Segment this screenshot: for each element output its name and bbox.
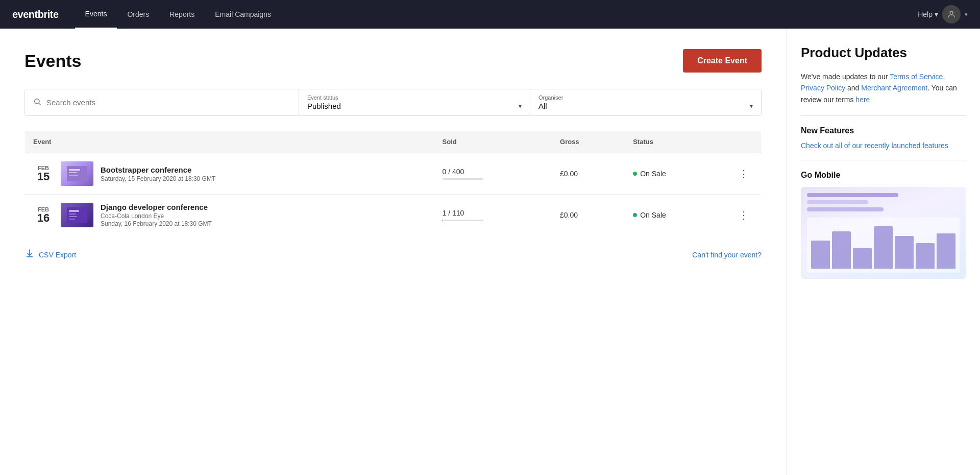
- chart-bar-7: [937, 233, 955, 269]
- merchant-agreement-link[interactable]: Merchant Agreement: [861, 84, 927, 92]
- event-status-label: Event status: [307, 94, 522, 101]
- status-cell-django: On Sale: [625, 195, 726, 236]
- intro-text-1: We've made updates to our: [801, 73, 890, 81]
- more-button-bootstrapper[interactable]: ⋮: [734, 167, 753, 181]
- sold-value-bootstrapper: 0 / 400: [443, 168, 544, 176]
- svg-rect-3: [67, 166, 87, 181]
- intro-text-2: ,: [943, 73, 945, 81]
- date-day-django: 16: [33, 212, 54, 224]
- event-thumbnail-django[interactable]: [61, 203, 93, 227]
- help-chevron-icon: ▾: [935, 10, 938, 18]
- chart-bar-3: [853, 248, 872, 269]
- event-cell-django: FEB 16: [25, 195, 434, 236]
- table-row: FEB 15: [25, 153, 762, 195]
- event-name-bootstrapper[interactable]: Bootstrapper conference: [101, 165, 215, 174]
- organiser-value-row: All ▾: [538, 102, 753, 110]
- nav-orders[interactable]: Orders: [117, 0, 159, 29]
- nav-reports[interactable]: Reports: [159, 0, 205, 29]
- event-status-filter[interactable]: Event status Published ▾: [299, 89, 530, 115]
- nav-email-campaigns[interactable]: Email Campaigns: [205, 0, 281, 29]
- event-location-django: Coca-Cola London Eye: [101, 212, 212, 220]
- help-label: Help: [918, 10, 933, 18]
- chart-bar-1: [811, 241, 830, 269]
- user-chevron-icon[interactable]: ▾: [965, 11, 968, 18]
- go-mobile-title: Go Mobile: [801, 171, 966, 180]
- user-avatar[interactable]: [942, 5, 961, 23]
- product-updates-text: We've made updates to our Terms of Servi…: [801, 71, 966, 105]
- preview-chart-area: [807, 218, 960, 273]
- table-actions: CSV Export Can't find your event?: [24, 248, 762, 261]
- date-badge-django: FEB 16: [33, 206, 54, 224]
- here-link[interactable]: here: [855, 96, 870, 104]
- more-actions-bootstrapper: ⋮: [726, 153, 762, 195]
- organiser-chevron-icon: ▾: [750, 103, 753, 110]
- privacy-policy-link[interactable]: Privacy Policy: [801, 84, 845, 92]
- chart-bar-6: [916, 243, 935, 269]
- svg-point-0: [950, 11, 953, 14]
- event-info-bootstrapper: Bootstrapper conference Saturday, 15 Feb…: [101, 165, 215, 182]
- sold-bar-django: [443, 220, 483, 221]
- search-icon: [33, 98, 41, 108]
- nav-events[interactable]: Events: [75, 0, 117, 29]
- svg-rect-6: [69, 175, 78, 176]
- col-header-gross: Gross: [552, 131, 625, 153]
- cant-find-link[interactable]: Can't find your event?: [692, 251, 762, 259]
- more-actions-django: ⋮: [726, 195, 762, 236]
- svg-rect-11: [69, 219, 75, 220]
- event-status-value-row: Published ▾: [307, 102, 522, 110]
- new-features-link[interactable]: Check out all of our recently launched f…: [801, 141, 966, 150]
- svg-rect-5: [69, 172, 77, 173]
- svg-point-1: [35, 99, 39, 103]
- chart-bar-4: [874, 226, 893, 269]
- search-box: [25, 89, 299, 115]
- more-button-django[interactable]: ⋮: [734, 208, 753, 222]
- col-header-sold: Sold: [434, 131, 552, 153]
- svg-rect-9: [69, 213, 76, 215]
- table-row: FEB 16: [25, 195, 762, 236]
- sidebar-divider: [801, 115, 966, 116]
- logo-text: eventbrite: [12, 9, 59, 20]
- event-datetime-django: Sunday, 16 February 2020 at 18:30 GMT: [101, 220, 212, 227]
- sold-bar-bootstrapper: [443, 178, 483, 180]
- status-dot-bootstrapper: [633, 172, 637, 176]
- event-info-django: Django developer conference Coca-Cola Lo…: [101, 203, 212, 227]
- table-header: Event Sold Gross Status: [25, 131, 762, 153]
- events-table: Event Sold Gross Status FEB 15: [24, 130, 762, 236]
- preview-bar-1: [807, 193, 898, 197]
- svg-rect-8: [69, 210, 79, 212]
- event-name-django[interactable]: Django developer conference: [101, 203, 212, 211]
- csv-export-link[interactable]: CSV Export: [24, 248, 76, 261]
- event-thumbnail-bootstrapper[interactable]: [61, 161, 93, 186]
- events-table-body: FEB 15: [25, 153, 762, 236]
- chart-bar-2: [832, 231, 851, 269]
- organiser-filter[interactable]: Organiser All ▾: [530, 89, 761, 115]
- organiser-value: All: [538, 102, 547, 110]
- mobile-preview: [801, 187, 966, 279]
- navbar: eventbrite Events Orders Reports Email C…: [0, 0, 980, 29]
- sidebar-divider-2: [801, 160, 966, 160]
- svg-rect-10: [69, 216, 77, 217]
- new-features-title: New Features: [801, 126, 966, 135]
- preview-bar-2: [807, 200, 868, 204]
- intro-text-3: and: [845, 84, 861, 92]
- create-event-button[interactable]: Create Event: [683, 49, 762, 73]
- sold-bar-fill-django: [443, 220, 443, 221]
- status-text-bootstrapper: On Sale: [640, 170, 666, 178]
- chart-bar-5: [895, 236, 914, 269]
- navbar-right: Help ▾ ▾: [918, 5, 968, 23]
- csv-icon: [24, 248, 35, 261]
- gross-cell-django: £0.00: [552, 195, 625, 236]
- status-dot-django: [633, 213, 637, 217]
- sidebar: Product Updates We've made updates to ou…: [786, 29, 980, 475]
- terms-of-service-link[interactable]: Terms of Service: [890, 73, 943, 81]
- csv-export-label: CSV Export: [39, 251, 76, 259]
- help-button[interactable]: Help ▾: [918, 10, 938, 18]
- search-input[interactable]: [46, 90, 290, 115]
- app-logo[interactable]: eventbrite: [12, 9, 59, 20]
- organiser-label: Organiser: [538, 94, 753, 101]
- page-header: Events Create Event: [24, 49, 762, 73]
- col-header-event: Event: [25, 131, 434, 153]
- sold-cell-bootstrapper: 0 / 400: [434, 153, 552, 195]
- date-day: 15: [33, 171, 54, 182]
- event-status-chevron-icon: ▾: [519, 103, 522, 110]
